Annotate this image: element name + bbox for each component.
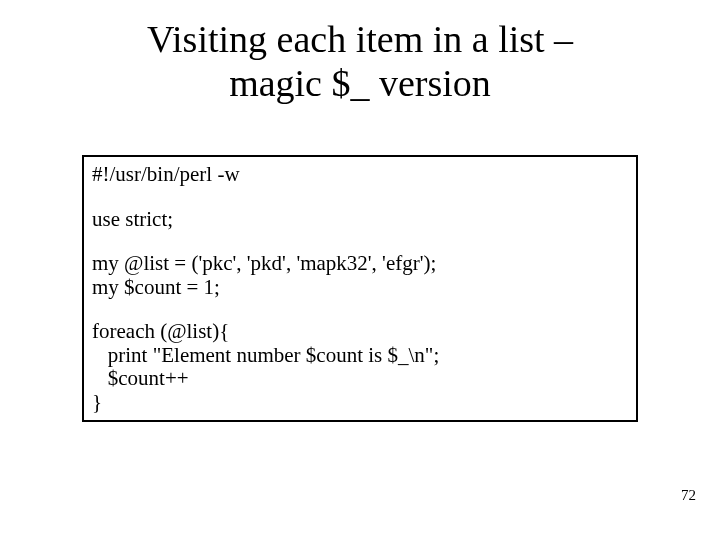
- code-line: my @list = ('pkc', 'pkd', 'mapk32', 'efg…: [92, 252, 628, 276]
- blank-line: [92, 299, 628, 320]
- slide-title: Visiting each item in a list – magic $_ …: [0, 0, 720, 105]
- blank-line: [92, 231, 628, 252]
- code-line: use strict;: [92, 208, 628, 232]
- code-line: foreach (@list){: [92, 320, 628, 344]
- code-line: #!/usr/bin/perl -w: [92, 163, 628, 187]
- blank-line: [92, 187, 628, 208]
- title-line-1: Visiting each item in a list –: [0, 18, 720, 62]
- code-line: print "Element number $count is $_\n";: [92, 344, 628, 368]
- code-line: }: [92, 391, 628, 415]
- code-line: $count++: [92, 367, 628, 391]
- slide: Visiting each item in a list – magic $_ …: [0, 0, 720, 540]
- code-line: my $count = 1;: [92, 276, 628, 300]
- code-box: #!/usr/bin/perl -w use strict; my @list …: [82, 155, 638, 422]
- title-line-2: magic $_ version: [0, 62, 720, 106]
- page-number: 72: [681, 487, 696, 504]
